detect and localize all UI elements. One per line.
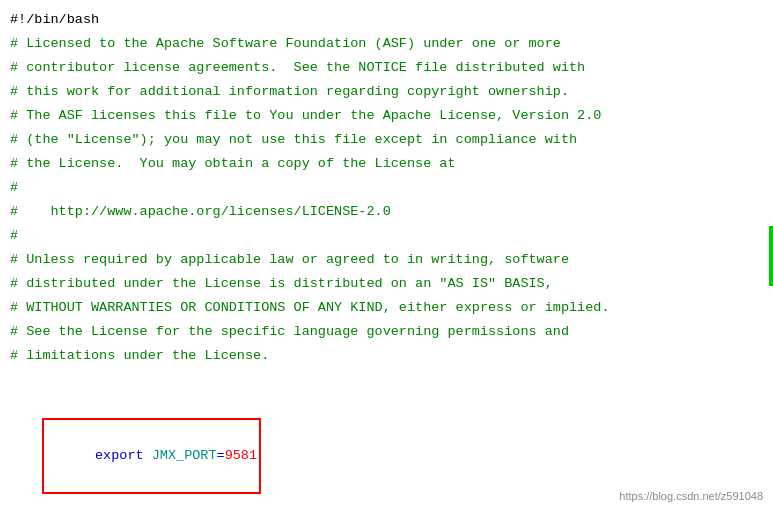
comment-line-2: # contributor license agreements. See th… xyxy=(10,56,763,80)
export-keyword: export xyxy=(95,448,144,463)
comment-line-9: # xyxy=(10,224,763,248)
comment-line-7: # xyxy=(10,176,763,200)
comment-line-3: # this work for additional information r… xyxy=(10,80,763,104)
watermark: https://blog.csdn.net/z591048 xyxy=(619,490,763,502)
comment-line-12: # WITHOUT WARRANTIES OR CONDITIONS OF AN… xyxy=(10,296,763,320)
export-value: 9581 xyxy=(225,448,257,463)
comment-line-14: # limitations under the License. xyxy=(10,344,763,368)
export-variable: JMX_PORT xyxy=(152,448,217,463)
comment-line-6: # the License. You may obtain a copy of … xyxy=(10,152,763,176)
code-editor: #!/bin/bash # Licensed to the Apache Sof… xyxy=(0,0,773,512)
comment-line-10: # Unless required by applicable law or a… xyxy=(10,248,763,272)
comment-line-11: # distributed under the License is distr… xyxy=(10,272,763,296)
empty-line xyxy=(10,368,763,392)
comment-line-13: # See the License for the specific langu… xyxy=(10,320,763,344)
comment-line-4: # The ASF licenses this file to You unde… xyxy=(10,104,763,128)
shebang-line: #!/bin/bash xyxy=(10,8,763,32)
export-highlight: export JMX_PORT=9581 xyxy=(42,418,261,494)
scrollbar[interactable] xyxy=(769,226,773,286)
comment-line-8: # http://www.apache.org/licenses/LICENSE… xyxy=(10,200,763,224)
export-equals: = xyxy=(217,448,225,463)
comment-line-5: # (the "License"); you may not use this … xyxy=(10,128,763,152)
comment-line-1: # Licensed to the Apache Software Founda… xyxy=(10,32,763,56)
